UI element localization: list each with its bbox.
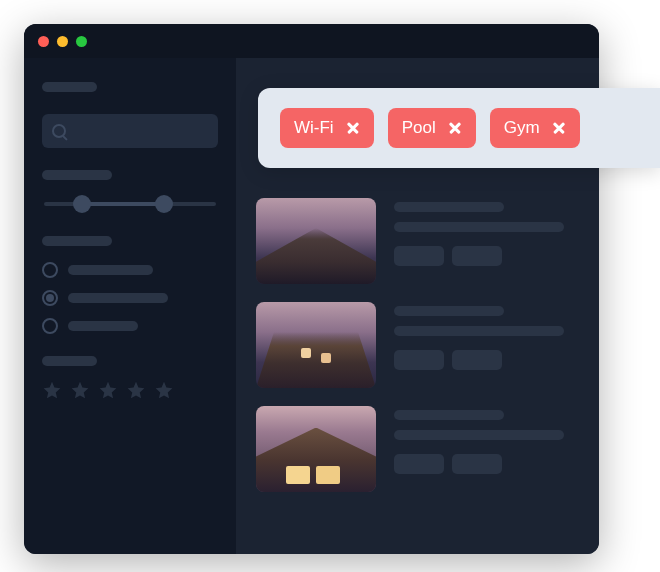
radio-group-label-placeholder [42, 236, 112, 246]
range-slider-max-handle[interactable] [155, 195, 173, 213]
filter-chip-wifi[interactable]: Wi-Fi [280, 108, 374, 148]
radio-option-1[interactable] [42, 262, 218, 278]
filter-chip-gym[interactable]: Gym [490, 108, 580, 148]
close-icon[interactable] [552, 121, 566, 135]
close-icon[interactable] [448, 121, 462, 135]
radio-circle-icon [42, 318, 58, 334]
filter-chip-label: Wi-Fi [294, 118, 334, 138]
result-subtitle-placeholder [394, 430, 564, 440]
window-maximize-dot[interactable] [76, 36, 87, 47]
result-title-placeholder [394, 306, 504, 316]
list-item[interactable] [256, 198, 579, 284]
star-icon[interactable] [126, 380, 146, 400]
result-thumbnail [256, 302, 376, 388]
window-close-dot[interactable] [38, 36, 49, 47]
filter-chip-pool[interactable]: Pool [388, 108, 476, 148]
range-slider-min-handle[interactable] [73, 195, 91, 213]
radio-option-2[interactable] [42, 290, 218, 306]
range-filter-section [42, 170, 218, 214]
filter-chip-label: Gym [504, 118, 540, 138]
radio-option-3[interactable] [42, 318, 218, 334]
search-icon [52, 124, 66, 138]
result-tag-placeholder [452, 454, 502, 474]
sidebar-heading-placeholder [42, 82, 97, 92]
active-filters-bar: Wi-Fi Pool Gym [258, 88, 660, 168]
radio-circle-icon [42, 262, 58, 278]
star-icon[interactable] [98, 380, 118, 400]
radio-circle-selected-icon [42, 290, 58, 306]
result-body [394, 198, 579, 266]
range-label-placeholder [42, 170, 112, 180]
window-minimize-dot[interactable] [57, 36, 68, 47]
result-tag-placeholder [394, 246, 444, 266]
star-icon[interactable] [42, 380, 62, 400]
result-subtitle-placeholder [394, 326, 564, 336]
result-subtitle-placeholder [394, 222, 564, 232]
rating-section [42, 356, 218, 400]
list-item[interactable] [256, 302, 579, 388]
filter-sidebar [24, 58, 236, 554]
result-tag-placeholder [394, 350, 444, 370]
filter-chip-label: Pool [402, 118, 436, 138]
result-body [394, 406, 579, 474]
result-tag-placeholder [394, 454, 444, 474]
radio-option-label-placeholder [68, 265, 153, 275]
radio-option-label-placeholder [68, 321, 138, 331]
result-body [394, 302, 579, 370]
result-tag-placeholder [452, 350, 502, 370]
search-input[interactable] [42, 114, 218, 148]
list-item[interactable] [256, 406, 579, 492]
star-icon[interactable] [70, 380, 90, 400]
radio-filter-group [42, 236, 218, 334]
result-thumbnail [256, 406, 376, 492]
result-title-placeholder [394, 410, 504, 420]
star-icon[interactable] [154, 380, 174, 400]
result-thumbnail [256, 198, 376, 284]
radio-option-label-placeholder [68, 293, 168, 303]
star-rating[interactable] [42, 380, 218, 400]
rating-label-placeholder [42, 356, 97, 366]
range-slider-fill [82, 202, 165, 206]
result-tag-placeholder [452, 246, 502, 266]
window-titlebar [24, 24, 599, 58]
close-icon[interactable] [346, 121, 360, 135]
range-slider[interactable] [44, 202, 216, 206]
result-title-placeholder [394, 202, 504, 212]
